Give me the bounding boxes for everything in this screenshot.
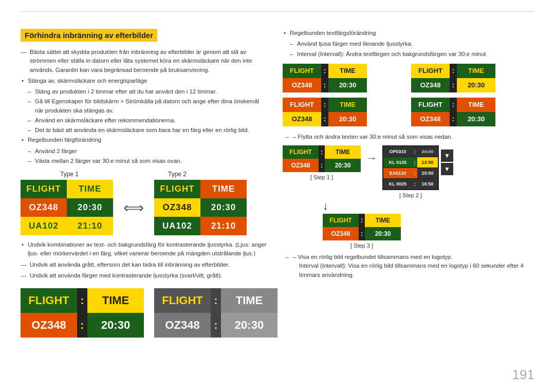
bottom-notes: – Visa en rörlig bild regelbundet tillsa… bbox=[283, 253, 534, 279]
mb4-flight: FLIGHT bbox=[411, 98, 450, 112]
sr4-code: KL 0025 bbox=[383, 179, 412, 189]
grey-2030-cell: 20:30 bbox=[221, 313, 278, 338]
step1-label: [ Step 1 ] bbox=[310, 174, 333, 180]
type1-header: FLIGHT TIME bbox=[21, 180, 113, 198]
sub-item-1d: Det är bäst att använda en skärmsläckare… bbox=[28, 126, 267, 135]
mb3-data: OZ348 : 20:30 bbox=[283, 112, 406, 126]
avoid-grey-text: Undvik att använda grått, eftersom det k… bbox=[21, 260, 267, 269]
dark-board-data: OZ348 : 20:30 bbox=[21, 313, 144, 338]
mb2-2030: 20:30 bbox=[457, 78, 495, 92]
s1-2030: 20:30 bbox=[325, 159, 361, 172]
right-bullet-1: Regelbunden textfärgsförändring bbox=[283, 29, 534, 38]
right-column: Regelbunden textfärgsförändring Använd l… bbox=[283, 29, 534, 338]
page-container: Förhindra inbränning av efterbilder Bäst… bbox=[0, 0, 555, 392]
bullet-item-1: Stänga av, skärmsläckare och energisparl… bbox=[21, 77, 267, 85]
mini-board-3: FLIGHT : TIME OZ348 : 20:30 bbox=[283, 98, 406, 126]
type1-ua-cell: UA102 bbox=[21, 217, 67, 235]
s1-colon: : bbox=[319, 145, 325, 159]
dark-colon-cell: : bbox=[77, 288, 87, 313]
type1-2030-cell: 20:30 bbox=[67, 198, 113, 217]
mb2-flight: FLIGHT bbox=[411, 64, 450, 78]
sub-item-1b: Gå till Egenskaper för bildskärm > Ström… bbox=[28, 97, 267, 115]
sr2-time: 13:50 bbox=[417, 157, 438, 167]
type2-2030-cell: 20:30 bbox=[200, 198, 247, 217]
step1-to-step2-arrow: → bbox=[366, 152, 377, 165]
dark-board-header: FLIGHT : TIME bbox=[21, 288, 144, 313]
step1-header: FLIGHT : TIME bbox=[283, 145, 361, 159]
right-bullet-list: Regelbunden textfärgsförändring Använd l… bbox=[283, 29, 534, 59]
sr4-time: 16:50 bbox=[417, 179, 438, 189]
sr3-time: 20:50 bbox=[417, 168, 438, 178]
sub-item-1c: Använd en skärmsläckare efter rekommenda… bbox=[28, 116, 267, 125]
mb2-colon: : bbox=[450, 64, 457, 78]
down-arrow-2 bbox=[441, 163, 453, 175]
s3-2030: 20:30 bbox=[365, 227, 401, 240]
step3-header: FLIGHT : TIME bbox=[323, 214, 401, 227]
step1-data: OZ348 : 20:30 bbox=[283, 159, 361, 172]
grey-board-header: FLIGHT : TIME bbox=[154, 288, 278, 313]
mb2-data: OZ348 : 20:30 bbox=[411, 78, 534, 92]
mb1-data: OZ348 : 20:30 bbox=[283, 78, 406, 92]
step3-area: ↓ FLIGHT : TIME OZ348 : 20:30 bbox=[323, 198, 534, 249]
type2-oz-cell: OZ348 bbox=[154, 198, 200, 217]
avoid-list: Undvik kombinationer av text- och bakgru… bbox=[21, 240, 267, 258]
s3-flight: FLIGHT bbox=[323, 214, 359, 227]
right-sub-list: Använd ljusa färger med liknande ljussty… bbox=[283, 40, 534, 59]
mb1-oz: OZ348 bbox=[283, 78, 321, 92]
grey-colon2-cell: : bbox=[211, 313, 221, 338]
mb2-oz: OZ348 bbox=[411, 78, 450, 92]
s1-oz: OZ348 bbox=[283, 159, 319, 172]
s3-time: TIME bbox=[365, 214, 401, 227]
sr1-colon: : bbox=[412, 146, 417, 157]
steps-row: FLIGHT : TIME OZ348 : 20:30 [ Step 1 ] → bbox=[283, 145, 534, 198]
dark-2030-cell: 20:30 bbox=[87, 313, 144, 338]
mb2-col: : bbox=[450, 78, 457, 92]
mb1-col: : bbox=[321, 78, 328, 92]
right-boards-grid: FLIGHT : TIME OZ348 : 20:30 FLIGHT : bbox=[283, 64, 534, 126]
mb2-header: FLIGHT : TIME bbox=[411, 64, 534, 78]
dark-oz-cell: OZ348 bbox=[21, 313, 77, 338]
mini-board-1: FLIGHT : TIME OZ348 : 20:30 bbox=[283, 64, 406, 92]
grey-time-cell: TIME bbox=[221, 288, 278, 313]
page-number: 191 bbox=[512, 367, 534, 383]
sub-item-2b: Växla mellan 2 färger var 30:e minut så … bbox=[28, 157, 267, 165]
type2-flight-cell: FLIGHT bbox=[154, 180, 200, 198]
down-arrow-1 bbox=[441, 150, 453, 162]
scroll-row-4: KL 0025 : 16:50 bbox=[383, 179, 438, 189]
type2-time-cell: TIME bbox=[200, 180, 247, 198]
bullet-item-2: Regelbunden färgförändring bbox=[21, 136, 267, 144]
mb4-data: OZ348 : 20:30 bbox=[411, 112, 534, 126]
sr3-colon: : bbox=[412, 168, 417, 178]
type1-flight-cell: FLIGHT bbox=[21, 180, 67, 198]
type1-time-cell: TIME bbox=[67, 180, 113, 198]
sub-item-1a: Stäng av produkten i 2 timmar efter att … bbox=[28, 87, 267, 96]
type1-2110-cell: 21:10 bbox=[67, 217, 113, 235]
scroll-row-1: OP0310 : 24:20 bbox=[383, 146, 438, 157]
scroll-row-2: KL 0125 : 13:50 bbox=[383, 157, 438, 167]
right-sub-1: Använd ljusa färger med liknande ljussty… bbox=[290, 40, 534, 48]
dark-time-cell: TIME bbox=[87, 288, 144, 313]
mb3-header: FLIGHT : TIME bbox=[283, 98, 406, 112]
dark-flight-cell: FLIGHT bbox=[21, 288, 77, 313]
step3-section: FLIGHT : TIME OZ348 : 20:30 [ Step 3 ] bbox=[323, 214, 401, 249]
type2-header: FLIGHT TIME bbox=[154, 180, 247, 198]
grey-colon-cell: : bbox=[211, 288, 221, 313]
mb4-2030: 20:30 bbox=[457, 112, 495, 126]
step1-board: FLIGHT : TIME OZ348 : 20:30 bbox=[283, 145, 361, 172]
type2-data-row1: OZ348 20:30 bbox=[154, 198, 247, 217]
s1-col: : bbox=[319, 159, 325, 172]
mb4-colon: : bbox=[450, 98, 457, 112]
flight-boards-comparison: FLIGHT TIME OZ348 20:30 UA102 21:10 bbox=[21, 180, 267, 235]
sr2-code: KL 0125 bbox=[383, 157, 412, 167]
mb3-colon: : bbox=[321, 98, 328, 112]
s1-time: TIME bbox=[325, 145, 361, 159]
mb3-time: TIME bbox=[328, 98, 367, 112]
step2-label: [ Step 2 ] bbox=[399, 192, 422, 198]
mb4-oz: OZ348 bbox=[411, 112, 450, 126]
type2-label: Type 2 bbox=[128, 171, 226, 178]
section-title: Förhindra inbränning av efterbilder bbox=[21, 29, 157, 42]
intro-text: Bästa sättet att skydda produkten från i… bbox=[21, 48, 267, 74]
grey-board-data: OZ348 : 20:30 bbox=[154, 313, 278, 338]
mb1-flight: FLIGHT bbox=[283, 64, 321, 78]
mb1-time: TIME bbox=[328, 64, 367, 78]
